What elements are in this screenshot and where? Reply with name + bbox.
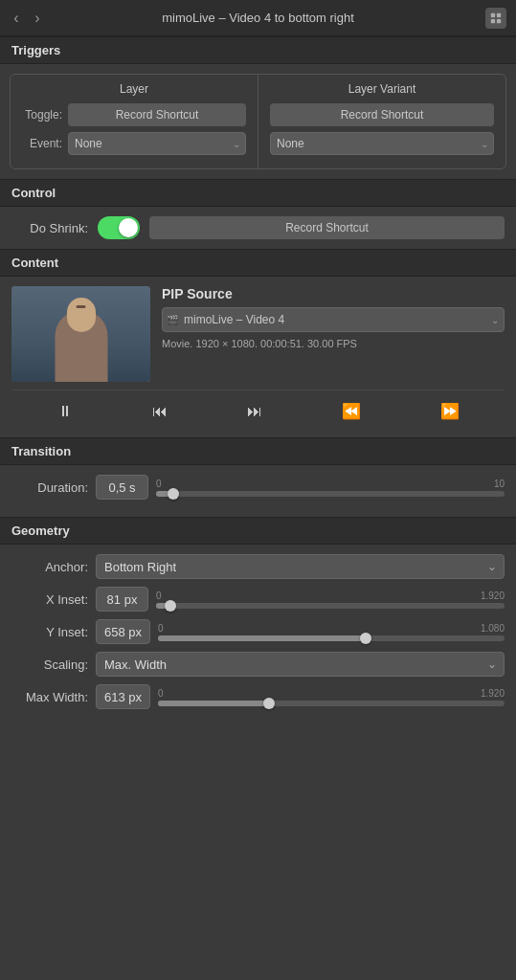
x-inset-slider-track[interactable] [156, 603, 505, 609]
content-inner: PIP Source mimoLive – Video 4 mimoLive –… [11, 286, 505, 382]
geometry-section-header: Geometry [0, 517, 516, 545]
y-inset-slider-labels: 0 1.080 [158, 623, 505, 634]
duration-max-label: 10 [494, 479, 505, 489]
transition-container: Duration: 0,5 s 0 10 [0, 465, 516, 517]
max-width-value[interactable]: 613 px [96, 684, 150, 709]
anchor-select[interactable]: Bottom Right Bottom Left Top Left Top Ri… [96, 554, 505, 579]
geometry-container: Anchor: Bottom Right Bottom Left Top Lef… [0, 545, 516, 726]
person-head [67, 298, 96, 332]
duration-value[interactable]: 0,5 s [96, 475, 148, 500]
x-inset-slider-thumb [165, 600, 176, 612]
anchor-label: Anchor: [11, 560, 88, 574]
control-section-header: Control [0, 179, 516, 207]
do-shrink-row: Do Shrink: Record Shortcut [11, 216, 505, 239]
x-inset-row: X Inset: 81 px 0 1.920 [11, 587, 505, 612]
window-title: mimoLive – Video 4 to bottom right [162, 11, 354, 25]
max-width-slider-fill [158, 701, 269, 706]
max-width-max-label: 1.920 [481, 688, 505, 699]
duration-label: Duration: [11, 480, 88, 495]
pip-meta: Movie. 1920 × 1080. 00:00:51. 30.00 FPS [162, 338, 505, 349]
max-width-row: Max Width: 613 px 0 1.920 [11, 684, 505, 709]
pip-thumbnail-img [11, 286, 150, 382]
do-shrink-toggle[interactable] [98, 216, 140, 239]
nav-forward-button[interactable]: › [29, 10, 46, 27]
triggers-layer-variant-col: Layer Variant Record Shortcut None On Ai… [258, 75, 505, 168]
svg-rect-0 [491, 13, 495, 17]
triggers-variant-toggle-row: Record Shortcut [270, 103, 494, 126]
title-bar-nav: ‹ › [8, 10, 46, 27]
layer-record-shortcut-button[interactable]: Record Shortcut [68, 103, 246, 126]
duration-row: Duration: 0,5 s 0 10 [11, 475, 505, 500]
control-container: Do Shrink: Record Shortcut [0, 207, 516, 249]
layer-variant-event-select[interactable]: None On Air Off Air [270, 132, 494, 155]
next-frame-button[interactable]: ⏭ [241, 399, 268, 424]
content-section-header: Content [0, 249, 516, 277]
duration-min-label: 0 [156, 479, 162, 489]
max-width-slider-labels: 0 1.920 [158, 688, 505, 699]
content-container: PIP Source mimoLive – Video 4 mimoLive –… [0, 277, 516, 437]
max-width-label: Max Width: [11, 690, 88, 704]
scaling-row: Scaling: Max. Width Max. Height Fill [11, 652, 505, 677]
scaling-label: Scaling: [11, 657, 88, 672]
triggers-layer-header: Layer [22, 82, 246, 96]
pip-source-title: PIP Source [162, 286, 505, 301]
triggers-toggle-row: Toggle: Record Shortcut [22, 103, 246, 126]
triggers-event-row: Event: None On Air Off Air [22, 132, 246, 155]
max-width-slider-track[interactable] [158, 701, 505, 706]
y-inset-slider-thumb [360, 633, 371, 644]
window-action-button[interactable] [485, 8, 506, 29]
pip-source-select[interactable]: mimoLive – Video 4 mimoLive – Video 1 mi… [162, 307, 505, 332]
prev-frame-button[interactable]: ⏮ [146, 399, 173, 424]
title-bar: ‹ › mimoLive – Video 4 to bottom right [0, 0, 516, 36]
max-width-slider-container: 0 1.920 [158, 688, 505, 706]
x-inset-value[interactable]: 81 px [96, 587, 148, 612]
max-width-slider-thumb [263, 698, 275, 709]
skip-back-button[interactable]: ⏪ [336, 398, 367, 424]
pip-thumbnail [11, 286, 150, 382]
svg-rect-1 [497, 13, 501, 17]
triggers-layer-col: Layer Toggle: Record Shortcut Event: Non… [11, 75, 258, 168]
layer-event-select[interactable]: None On Air Off Air [68, 132, 246, 155]
pip-source-wrapper: mimoLive – Video 4 mimoLive – Video 1 mi… [162, 307, 505, 332]
triggers-container: Layer Toggle: Record Shortcut Event: Non… [0, 64, 516, 179]
duration-slider-labels: 0 10 [156, 479, 505, 489]
y-inset-value[interactable]: 658 px [96, 619, 150, 644]
y-inset-slider-container: 0 1.080 [158, 623, 505, 641]
layer-event-select-wrapper: None On Air Off Air [68, 132, 246, 155]
nav-back-button[interactable]: ‹ [8, 10, 25, 27]
playback-controls: ⏸ ⏮ ⏭ ⏪ ⏩ [11, 390, 505, 428]
x-inset-slider-labels: 0 1.920 [156, 590, 505, 601]
pip-info: PIP Source mimoLive – Video 4 mimoLive –… [162, 286, 505, 382]
pause-button[interactable]: ⏸ [52, 399, 79, 424]
y-inset-slider-track[interactable] [158, 635, 505, 641]
y-inset-max-label: 1.080 [481, 623, 505, 634]
duration-slider-track[interactable] [156, 491, 505, 497]
svg-rect-3 [497, 19, 501, 23]
layer-variant-event-select-wrapper: None On Air Off Air [270, 132, 494, 155]
max-width-min-label: 0 [158, 688, 164, 699]
layer-variant-record-shortcut-button[interactable]: Record Shortcut [270, 103, 494, 126]
scaling-select[interactable]: Max. Width Max. Height Fill [96, 652, 505, 677]
x-inset-min-label: 0 [156, 590, 162, 601]
anchor-select-wrapper: Bottom Right Bottom Left Top Left Top Ri… [96, 554, 505, 579]
skip-forward-button[interactable]: ⏩ [435, 398, 465, 424]
toggle-label: Toggle: [22, 108, 62, 122]
do-shrink-label: Do Shrink: [11, 221, 88, 235]
x-inset-label: X Inset: [11, 592, 88, 607]
window-action-icon [489, 11, 503, 25]
x-inset-slider-container: 0 1.920 [156, 590, 505, 609]
triggers-layer-variant-header: Layer Variant [270, 82, 494, 96]
triggers-section-header: Triggers [0, 36, 516, 64]
svg-rect-2 [491, 19, 495, 23]
person-feature [76, 305, 85, 308]
anchor-row: Anchor: Bottom Right Bottom Left Top Lef… [11, 554, 505, 579]
y-inset-slider-fill [158, 635, 366, 641]
transition-section-header: Transition [0, 437, 516, 465]
y-inset-row: Y Inset: 658 px 0 1.080 [11, 619, 505, 644]
y-inset-label: Y Inset: [11, 625, 88, 639]
event-label: Event: [22, 137, 62, 150]
control-record-shortcut-button[interactable]: Record Shortcut [149, 216, 505, 239]
triggers-variant-event-row: None On Air Off Air [270, 132, 494, 155]
triggers-columns: Layer Toggle: Record Shortcut Event: Non… [10, 74, 506, 169]
duration-slider-container: 0 10 [156, 479, 505, 497]
